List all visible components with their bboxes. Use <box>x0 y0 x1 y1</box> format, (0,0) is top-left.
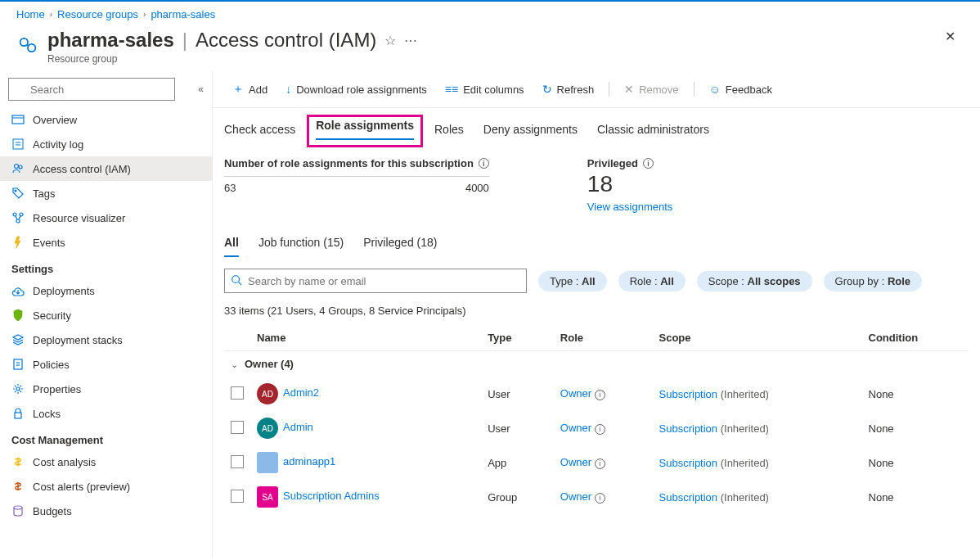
download-button[interactable]: ↓Download role assignments <box>277 79 435 100</box>
column-header[interactable]: Scope <box>653 325 862 351</box>
tab-check-access[interactable]: Check access <box>224 120 295 142</box>
principal-type: App <box>481 445 554 480</box>
subtab-all[interactable]: All <box>224 233 239 257</box>
row-checkbox[interactable] <box>231 490 244 503</box>
filter-role-pill[interactable]: Role : All <box>618 271 686 291</box>
privileged-count: 18 <box>587 171 673 197</box>
sidebar-item-policies[interactable]: Policies <box>0 352 212 377</box>
edit-columns-button[interactable]: ≡≡Edit columns <box>437 79 533 100</box>
more-icon[interactable]: ⋯ <box>404 33 417 48</box>
principal-name-link[interactable]: Admin <box>283 421 313 433</box>
filter-groupby-pill[interactable]: Group by : Role <box>824 271 922 291</box>
subtab-job-function-[interactable]: Job function (15) <box>258 233 344 257</box>
filter-type-pill[interactable]: Type : All <box>538 271 607 291</box>
sidebar-item-deployments[interactable]: Deployments <box>0 278 212 303</box>
add-button[interactable]: ＋Add <box>224 78 276 101</box>
resource-group-icon <box>16 34 39 56</box>
close-icon[interactable]: ✕ <box>945 29 964 44</box>
svg-rect-6 <box>13 139 23 149</box>
role-link[interactable]: Owner <box>560 456 591 468</box>
scope-link[interactable]: Subscription <box>659 457 718 469</box>
column-header[interactable]: Name <box>250 325 481 351</box>
sidebar-item-properties[interactable]: Properties <box>0 377 212 401</box>
role-link[interactable]: Owner <box>560 387 591 400</box>
collapse-sidebar-icon[interactable]: « <box>198 84 204 95</box>
sidebar-item-label: Deployments <box>33 285 95 297</box>
row-checkbox[interactable] <box>231 421 244 434</box>
tab-deny-assignments[interactable]: Deny assignments <box>483 120 578 142</box>
sidebar-item-security[interactable]: Security <box>0 303 212 327</box>
info-icon[interactable]: i <box>479 158 489 169</box>
feedback-button[interactable]: ☺Feedback <box>701 79 780 100</box>
sidebar-item-locks[interactable]: Locks <box>0 401 212 426</box>
scope-inherited: (Inherited) <box>721 388 769 400</box>
separator <box>694 82 695 97</box>
column-header[interactable]: Type <box>481 325 554 351</box>
scope-link[interactable]: Subscription <box>659 422 718 435</box>
role-link[interactable]: Owner <box>560 422 591 434</box>
group-header[interactable]: Owner (4) <box>245 358 294 370</box>
activity-icon <box>11 138 25 151</box>
svg-point-22 <box>14 506 22 509</box>
sidebar-item-deployment-stacks[interactable]: Deployment stacks <box>0 327 212 352</box>
deploy-icon <box>11 284 25 297</box>
page-subtitle: Access control (IAM) <box>196 29 376 52</box>
chevron-right-icon: › <box>143 10 146 19</box>
info-icon[interactable]: i <box>643 158 654 169</box>
breadcrumb-link[interactable]: Home <box>16 8 45 20</box>
chevron-down-icon[interactable]: ⌄ <box>231 359 238 370</box>
sidebar-item-label: Policies <box>33 359 70 371</box>
breadcrumb-link[interactable]: pharma-sales <box>151 8 215 20</box>
privileged-label: Privileged <box>587 157 638 169</box>
sidebar-group-header: Cost Management <box>0 426 212 449</box>
filter-scope-pill[interactable]: Scope : All scopes <box>697 271 812 291</box>
info-icon[interactable]: i <box>595 424 605 435</box>
info-icon[interactable]: i <box>595 493 605 504</box>
avatar: SA <box>257 486 278 508</box>
condition-cell: None <box>862 377 969 411</box>
command-bar: ＋Add ↓Download role assignments ≡≡Edit c… <box>213 71 980 108</box>
refresh-icon: ↻ <box>542 83 552 96</box>
sidebar-item-cost-analysis[interactable]: Cost analysis <box>0 449 212 474</box>
locks-icon <box>11 407 25 420</box>
breadcrumb-link[interactable]: Resource groups <box>57 8 138 20</box>
sidebar-item-tags[interactable]: Tags <box>0 181 212 205</box>
search-assignments-input[interactable] <box>224 269 527 293</box>
tab-classic-administrators[interactable]: Classic administrators <box>597 120 709 142</box>
sidebar-item-activity-log[interactable]: Activity log <box>0 132 212 156</box>
svg-line-24 <box>239 282 242 286</box>
column-header[interactable]: Condition <box>862 325 969 351</box>
scope-link[interactable]: Subscription <box>659 491 718 504</box>
sidebar-item-access-control-iam-[interactable]: Access control (IAM) <box>0 156 212 181</box>
page-title: pharma-sales <box>47 29 174 52</box>
column-header[interactable]: Role <box>554 325 653 351</box>
principal-name-link[interactable]: Admin2 <box>283 386 319 399</box>
sidebar-item-label: Resource visualizer <box>33 212 125 224</box>
row-checkbox[interactable] <box>231 386 244 400</box>
sidebar-item-cost-alerts-preview-[interactable]: Cost alerts (preview) <box>0 474 212 499</box>
scope-link[interactable]: Subscription <box>659 388 718 400</box>
role-link[interactable]: Owner <box>560 490 591 503</box>
refresh-button[interactable]: ↻Refresh <box>534 79 603 100</box>
scope-inherited: (Inherited) <box>721 422 769 435</box>
sidebar-item-resource-visualizer[interactable]: Resource visualizer <box>0 205 212 230</box>
chevron-right-icon: › <box>50 10 52 19</box>
tab-roles[interactable]: Roles <box>434 120 464 142</box>
tags-icon <box>11 187 25 200</box>
sidebar-item-overview[interactable]: Overview <box>0 107 212 132</box>
principal-name-link[interactable]: Subscription Admins <box>283 490 380 502</box>
info-icon[interactable]: i <box>595 390 605 400</box>
sidebar-search-input[interactable] <box>8 78 175 101</box>
principal-name-link[interactable]: adminapp1 <box>283 455 335 467</box>
info-icon[interactable]: i <box>595 458 605 469</box>
avatar <box>257 452 278 473</box>
row-checkbox[interactable] <box>231 455 244 468</box>
favorite-star-icon[interactable]: ☆ <box>384 33 396 48</box>
tab-role-assignments[interactable]: Role assignments <box>307 115 423 147</box>
sidebar-item-events[interactable]: Events <box>0 230 212 255</box>
visualizer-icon <box>11 211 25 224</box>
sidebar-item-budgets[interactable]: Budgets <box>0 499 212 523</box>
subtab-privileged-[interactable]: Privileged (18) <box>363 233 437 257</box>
view-assignments-link[interactable]: View assignments <box>587 201 673 213</box>
principal-type: User <box>481 411 554 445</box>
